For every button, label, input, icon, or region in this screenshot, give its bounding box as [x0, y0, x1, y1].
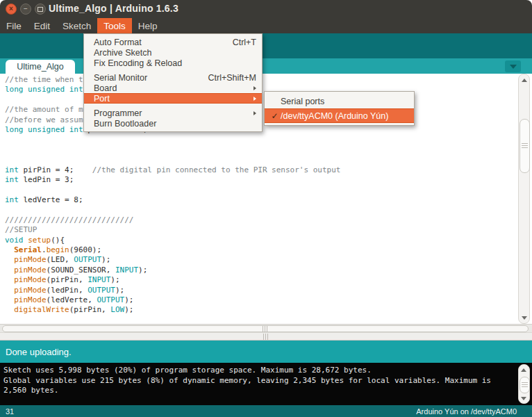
console-line: Sketch uses 5,998 bytes (20%) of program… — [3, 366, 515, 376]
menubar-item-edit[interactable]: Edit — [28, 18, 56, 33]
arduino-ide-window: × − Ultime_Algo | Arduino 1.6.3 FileEdit… — [0, 0, 532, 417]
code-line: Serial.begin(9600); — [5, 245, 340, 255]
code-line: pinMode(ledVerte, OUTPUT); — [5, 295, 340, 305]
code-line: pinMode(SOUND_SENSOR, INPUT); — [5, 265, 340, 275]
menu-item-label: Programmer — [94, 108, 249, 118]
console-line: Global variables use 215 bytes (8%) of d… — [3, 376, 515, 386]
maximize-window-button[interactable] — [35, 3, 46, 15]
editor-vertical-scrollbar[interactable] — [518, 74, 530, 324]
code-line — [5, 155, 340, 165]
menu-item-port[interactable]: Port — [84, 93, 262, 104]
status-message: Done uploading. — [6, 347, 72, 357]
submenu-arrow-icon — [253, 111, 256, 115]
grip-icon — [522, 382, 528, 388]
check-icon: ✓ — [269, 111, 281, 121]
scroll-up-button[interactable] — [519, 366, 528, 374]
menu-item-serial-monitor[interactable]: Serial MonitorCtrl+Shift+M — [84, 72, 262, 83]
menu-item-label: Board — [94, 83, 249, 93]
editor-horizontal-scrollbar[interactable] — [0, 324, 532, 332]
line-number-indicator: 31 — [6, 407, 14, 416]
scrollbar-thumb[interactable] — [519, 377, 530, 393]
port-submenu: Serial ports✓/dev/ttyACM0 (Arduino Yún) — [264, 91, 415, 126]
status-message-bar: Done uploading. — [0, 341, 532, 363]
submenu-item-label: Serial ports — [281, 97, 324, 106]
menu-item-board[interactable]: Board — [84, 83, 262, 93]
menu-item-label: Burn Bootloader — [94, 119, 256, 129]
window-title: Ultime_Algo | Arduino 1.6.3 — [49, 3, 178, 14]
editor-console-splitter[interactable] — [0, 332, 532, 341]
close-icon: × — [9, 6, 13, 13]
menubar: FileEditSketchToolsHelp — [0, 18, 532, 33]
code-line: digitalWrite(pirPin, LOW); — [5, 305, 340, 315]
scroll-up-button[interactable] — [519, 75, 529, 85]
menu-item-shortcut: Ctrl+Shift+M — [208, 73, 256, 83]
maximize-icon — [38, 7, 43, 12]
menu-item-programmer[interactable]: Programmer — [84, 108, 262, 118]
chevron-down-icon — [510, 65, 517, 69]
minimize-icon: − — [24, 6, 28, 13]
menubar-item-sketch[interactable]: Sketch — [56, 18, 97, 33]
code-line: //SETUP — [5, 225, 340, 235]
arrow-up-icon — [521, 368, 526, 372]
arrow-up-icon — [522, 79, 527, 82]
code-line — [5, 145, 340, 155]
submenu-item-label: /dev/ttyACM0 (Arduino Yún) — [281, 111, 388, 121]
menu-item-shortcut: Ctrl+T — [233, 38, 256, 47]
menubar-item-tools[interactable]: Tools — [97, 18, 132, 33]
footer-status-bar: 31 Arduino Yún on /dev/ttyACM0 — [0, 405, 532, 417]
arrow-down-icon — [522, 316, 527, 320]
scrollbar-thumb[interactable] — [2, 325, 529, 332]
menu-item-auto-format[interactable]: Auto FormatCtrl+T — [84, 37, 262, 47]
arrow-down-icon — [521, 397, 526, 400]
grip-icon — [263, 334, 269, 340]
code-line: int pirPin = 4; //the digital pin connec… — [5, 165, 340, 175]
menu-item-label: Fix Encoding & Reload — [94, 58, 256, 68]
menu-item-label: Auto Format — [94, 38, 233, 47]
code-line — [5, 185, 340, 195]
console-line: 2,560 bytes. — [3, 386, 515, 396]
code-line — [5, 205, 340, 215]
menu-item-burn-bootloader[interactable]: Burn Bootloader — [84, 118, 262, 129]
code-line: void setup(){ — [5, 236, 340, 245]
console-scrollbar[interactable] — [518, 364, 530, 404]
submenu-arrow-icon — [253, 97, 256, 101]
tab-strip: Ultime_Algo — [0, 58, 532, 74]
code-line: pinMode(ledPin, OUTPUT); — [5, 286, 340, 295]
menu-item-archive-sketch[interactable]: Archive Sketch — [84, 47, 262, 58]
tab-menu-button[interactable] — [505, 60, 521, 72]
console-output: Sketch uses 5,998 bytes (20%) of program… — [0, 363, 532, 405]
submenu-arrow-icon — [253, 86, 256, 90]
submenu-header-serial-ports: Serial ports — [265, 94, 414, 108]
code-line — [5, 135, 340, 145]
scrollbar-thumb[interactable] — [519, 119, 530, 173]
board-port-indicator: Arduino Yún on /dev/ttyACM0 — [416, 407, 517, 416]
menu-item-fix-encoding-reload[interactable]: Fix Encoding & Reload — [84, 58, 262, 68]
submenu-item-port[interactable]: ✓/dev/ttyACM0 (Arduino Yún) — [265, 108, 414, 123]
grip-icon — [522, 143, 528, 149]
minimize-window-button[interactable]: − — [20, 3, 31, 15]
code-line: pinMode(pirPin, INPUT); — [5, 275, 340, 285]
tab-ultime-algo[interactable]: Ultime_Algo — [6, 60, 75, 74]
tab-label: Ultime_Algo — [17, 62, 63, 72]
menu-item-label: Archive Sketch — [94, 48, 256, 58]
code-line: //////////////////////////// — [5, 215, 340, 225]
menubar-item-help[interactable]: Help — [132, 18, 164, 33]
toolbar — [0, 33, 532, 58]
code-line: pinMode(LED, OUTPUT); — [5, 255, 340, 265]
close-window-button[interactable]: × — [6, 3, 17, 15]
scroll-down-button[interactable] — [519, 313, 529, 322]
scroll-down-button[interactable] — [519, 394, 528, 402]
menu-item-label: Port — [94, 94, 249, 104]
menu-item-label: Serial Monitor — [94, 73, 208, 83]
grip-icon — [263, 326, 268, 332]
code-line: int ledVerte = 8; — [5, 195, 340, 205]
code-line: int ledPin = 3; — [5, 175, 340, 185]
menubar-item-file[interactable]: File — [0, 18, 28, 33]
titlebar: × − Ultime_Algo | Arduino 1.6.3 — [0, 0, 532, 18]
tools-menu: Auto FormatCtrl+TArchive SketchFix Encod… — [83, 33, 263, 132]
